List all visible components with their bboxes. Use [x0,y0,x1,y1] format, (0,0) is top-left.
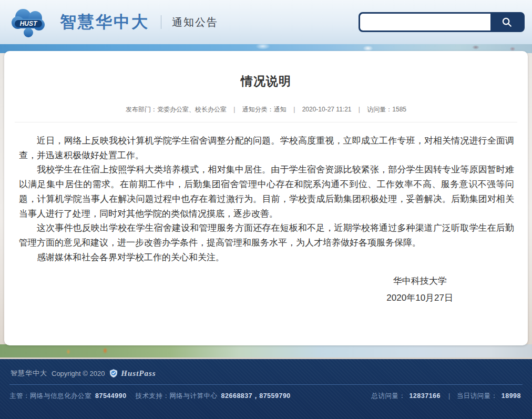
signature-date: 2020年10月27日 [386,290,453,306]
header-divider [161,15,161,29]
daily-visits-value: 18998 [500,392,523,400]
support-phones: 82668837，87559790 [220,392,292,400]
supervisor-label: 主管：网络与信息化办公室 [9,392,91,400]
svg-text:HUST: HUST [20,20,38,27]
footer-copyright: Copyright © 2020 [52,370,105,377]
footer-brand: 智慧华中大 [11,369,47,378]
notice-card: 情况说明 发布部门：党委办公室、校长办公室 | 通知分类：通知 | 2020-1… [4,51,528,345]
notice-meta: 发布部门：党委办公室、校长办公室 | 通知分类：通知 | 2020-10-27 … [4,105,528,114]
signature-org: 华中科技大学 [386,273,453,289]
stats-separator: | [444,392,455,400]
notice-paragraph: 近日，网络上反映我校计算机学院学生宿舍调整分配的问题。学校高度重视，立即成立工作… [19,134,514,162]
notice-body: 近日，网络上反映我校计算机学院学生宿舍调整分配的问题。学校高度重视，立即成立工作… [4,122,528,264]
hustpass-logo[interactable]: HustPass [109,369,156,378]
footer-visit-stats: 总访问量： 12837166 | 当日访问量： 18998 [371,392,523,401]
daily-visits-label: 当日访问量： [457,392,498,400]
total-visits-value: 12837166 [407,392,442,400]
notice-paragraph: 我校学生在住宿上按照学科大类培养模式，相对集中居住。由于学生宿舍资源比较紧张，部… [19,162,514,221]
notice-title: 情况说明 [4,73,528,89]
footer-info-row: 主管：网络与信息化办公室 87544990 技术支持：网络与计算中心 82668… [0,385,532,401]
total-visits-label: 总访问量： [371,392,405,400]
meta-publisher: 发布部门：党委办公室、校长办公室 [126,106,227,113]
search-button[interactable] [490,14,523,30]
search-box [359,12,525,32]
hustpass-wordmark: HustPass [121,369,156,378]
supervisor-phone: 87544990 [94,392,128,400]
support-label: 技术支持：网络与计算中心 [136,392,218,400]
footer-contacts: 主管：网络与信息化办公室 87544990 技术支持：网络与计算中心 82668… [9,392,292,401]
page-header: HUST 智慧华中大 通知公告 [0,0,532,44]
search-input[interactable] [360,14,490,30]
search-icon [501,16,513,28]
meta-views: 访问量：1585 [367,106,406,113]
notice-paragraph: 这次事件也反映出学校在学生宿舍建设和管理服务方面还存在短板和不足，近期学校将通过… [19,221,514,250]
meta-separator: | [353,106,365,113]
footer-copyright-row: 智慧华中大 Copyright © 2020 HustPass [0,359,532,378]
signature-block: 华中科技大学 2020年10月27日 [4,273,528,306]
hust-cloud-logo-icon: HUST [7,5,53,39]
site-brand[interactable]: HUST 智慧华中大 [7,5,149,39]
shield-check-icon [109,369,118,378]
meta-datetime: 2020-10-27 11:21 [302,106,352,113]
page-footer: 智慧华中大 Copyright © 2020 HustPass 主管：网络与信息… [0,359,532,419]
background-photo-grass-strip [0,344,532,357]
meta-separator: | [288,106,300,113]
section-title: 通知公告 [172,15,218,29]
brand-title: 智慧华中大 [60,11,149,33]
notice-paragraph: 感谢媒体和社会各界对学校工作的关心和关注。 [19,250,514,265]
meta-separator: | [228,106,240,113]
meta-category: 通知分类：通知 [242,106,287,113]
